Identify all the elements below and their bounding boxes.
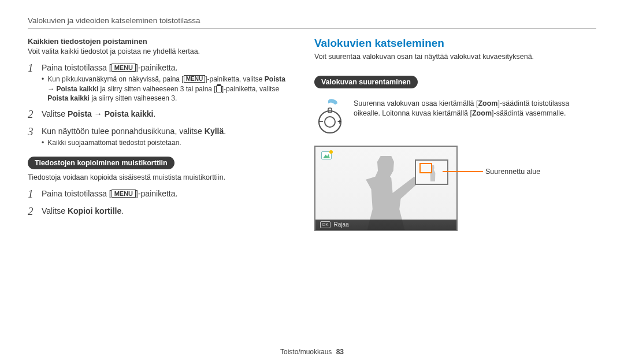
b1e: ]-painiketta, valitse	[222, 85, 279, 93]
right-column: Valokuvien katseleminen Voit suurentaa v…	[314, 37, 596, 233]
footer-section: Toisto/muokkaus	[280, 348, 332, 356]
step-body: Paina toistotilassa [MENU]-painiketta.	[42, 188, 294, 200]
bullet-body: Kaikki suojaamattomat tiedostot poisteta…	[47, 138, 294, 147]
step-number: 2	[28, 109, 36, 120]
step-body: Kun näyttöön tulee ponnahdusikkuna, vali…	[42, 126, 294, 138]
ok-badge: OK	[320, 221, 330, 228]
step-body: Valitse Poista → Poista kaikki.	[42, 109, 294, 120]
s3c: .	[224, 127, 226, 136]
dial-minus: −	[319, 117, 324, 126]
c1b: ]-painiketta.	[136, 189, 177, 198]
copy-pill: Tiedostojen kopioiminen muistikorttiin	[28, 157, 174, 169]
callout: Suurennettu alue	[443, 168, 540, 176]
zoom-dial-icon: − +	[314, 99, 346, 138]
delete-step-1-bullet: • Kun pikkukuvanäkymä on näkyvissä, pain…	[42, 75, 294, 103]
menu-icon: MENU	[112, 190, 136, 198]
viewing-photos-title: Valokuvien katseleminen	[314, 37, 596, 50]
copy-step-1: 1 Paina toistotilassa [MENU]-painiketta.	[28, 188, 294, 200]
page-header: Valokuvien ja videoiden katseleminen toi…	[28, 16, 596, 29]
delete-step-3: 3 Kun näyttöön tulee ponnahdusikkuna, va…	[28, 126, 294, 138]
bullet-body: Kun pikkukuvanäkymä on näkyvissä, paina …	[47, 75, 294, 103]
s2b: Poista → Poista kaikki	[68, 109, 154, 118]
s2c: .	[154, 109, 156, 118]
s2a: Valitse	[42, 109, 68, 118]
callout-line	[443, 171, 483, 172]
bullet-dot: •	[42, 138, 44, 147]
step-number: 3	[28, 126, 36, 137]
c2a: Valitse	[42, 206, 68, 216]
step-body: Paina toistotilassa [MENU]-painiketta.	[42, 62, 294, 74]
b1d: ja siirry sitten vaiheeseen 3 tai paina …	[98, 85, 216, 93]
s3b: Kyllä	[205, 127, 224, 136]
c2b: Kopioi kortille	[68, 206, 121, 216]
zoom-block: − + Suurenna valokuvan osaa kiertämällä …	[314, 99, 596, 138]
delete-step-1: 1 Paina toistotilassa [MENU]-painiketta.	[28, 62, 294, 74]
bullet-dot: •	[42, 75, 44, 103]
copy-desc: Tiedostoja voidaan kopioida sisäisestä m…	[28, 173, 294, 183]
b1f: Poista kaikki	[47, 94, 90, 102]
zte: ]-säädintä vasemmalle.	[492, 109, 566, 117]
c2c: .	[121, 206, 124, 216]
rajaa-label: Rajaa	[334, 221, 349, 228]
page-footer: Toisto/muokkaus 83	[0, 348, 624, 356]
photo-preview-wrap: OK Rajaa Suurennettu alue	[314, 138, 458, 231]
delete-all-desc: Voit valita kaikki tiedostot ja poistaa …	[28, 47, 294, 57]
zta: Suurenna valokuvan osaa kiertämällä [	[354, 99, 478, 107]
child-silhouette-icon	[352, 156, 419, 230]
menu-icon: MENU	[112, 64, 136, 72]
b1g: ja siirry sitten vaiheeseen 3.	[90, 94, 177, 102]
two-column-layout: Kaikkien tiedostojen poistaminen Voit va…	[28, 37, 596, 233]
delete-all-title: Kaikkien tiedostojen poistaminen	[28, 37, 294, 46]
copy-step-2: 2 Valitse Kopioi kortille.	[28, 206, 294, 217]
trash-icon	[216, 86, 222, 92]
step-number: 1	[28, 62, 36, 73]
step-body: Valitse Kopioi kortille.	[42, 206, 294, 217]
step-number: 2	[28, 206, 36, 217]
photo-preview: OK Rajaa	[314, 146, 458, 231]
viewing-photos-intro: Voit suurentaa valokuvan osan tai näyttä…	[314, 52, 596, 62]
landscape-icon	[321, 151, 332, 159]
zoom-pill: Valokuvan suurentaminen	[314, 76, 418, 88]
inset-highlight-box	[419, 163, 432, 173]
step1-text-a: Paina toistotilassa [	[42, 63, 112, 72]
c1a: Paina toistotilassa [	[42, 189, 112, 198]
menu-icon: MENU	[184, 75, 205, 83]
ztd: Zoom	[472, 109, 492, 117]
delete-step-3-bullet: • Kaikki suojaamattomat tiedostot poiste…	[42, 138, 294, 147]
ztb: Zoom	[478, 99, 497, 107]
bottom-strip: OK Rajaa	[315, 220, 456, 230]
b1b: ]-painiketta, valitse	[205, 75, 265, 83]
b1a: Kun pikkukuvanäkymä on näkyvissä, paina …	[47, 75, 183, 83]
dial-plus: +	[337, 117, 342, 126]
step-number: 1	[28, 188, 36, 199]
delete-step-2: 2 Valitse Poista → Poista kaikki.	[28, 109, 294, 120]
zoom-instructions: Suurenna valokuvan osaa kiertämällä [Zoo…	[354, 99, 596, 118]
svg-point-1	[325, 117, 335, 127]
page-number: 83	[336, 348, 344, 356]
left-column: Kaikkien tiedostojen poistaminen Voit va…	[28, 37, 294, 233]
s3a: Kun näyttöön tulee ponnahdusikkuna, vali…	[42, 127, 205, 136]
callout-text: Suurennettu alue	[485, 168, 540, 176]
step1-text-b: ]-painiketta.	[136, 63, 177, 72]
